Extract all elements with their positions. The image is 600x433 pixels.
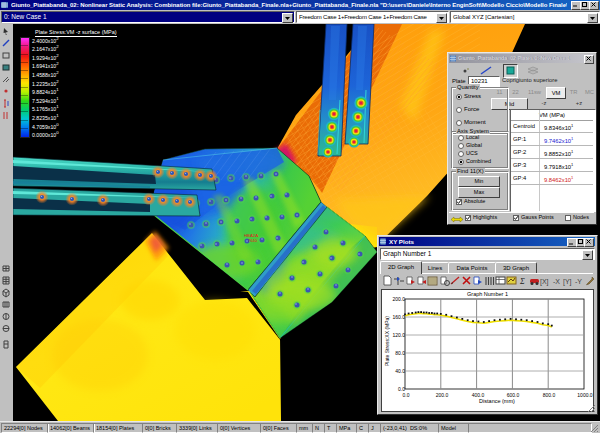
svg-text:-X: -X bbox=[553, 278, 560, 285]
svg-text:7640: 7640 bbox=[248, 238, 258, 243]
svg-text:[Y]: [Y] bbox=[563, 278, 572, 286]
svg-text:Σ: Σ bbox=[519, 277, 525, 286]
svg-text:-Y: -Y bbox=[575, 278, 582, 285]
svg-text:[X]: [X] bbox=[540, 278, 549, 286]
